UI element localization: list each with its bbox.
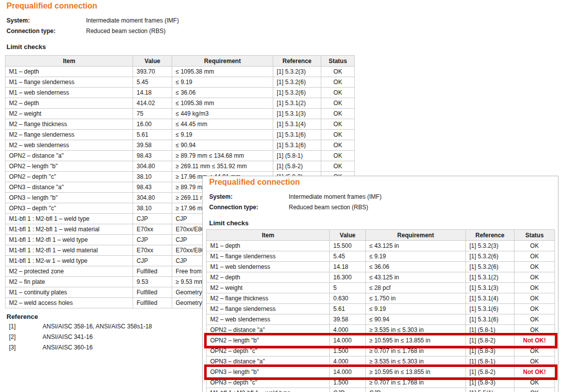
cell-status: Not OK!: [514, 335, 555, 346]
system-label: System:: [7, 17, 86, 24]
cell-item: M1 – depth: [207, 241, 330, 251]
reference-heading: Reference: [7, 313, 38, 320]
cell-value: 5.61: [133, 130, 172, 140]
header-reference: Reference: [466, 230, 514, 241]
table-row: M2 – web slenderness 39.58 ≤ 90.94 [1] 5…: [6, 140, 355, 151]
cell-reference: [1] 5.3.1(3): [466, 283, 514, 293]
cell-reference: [1] 5.3.1(4): [466, 293, 514, 304]
reference-item: [1]ANSI/AISC 358-16, ANSI/AISC 358s1-18: [9, 323, 152, 330]
cell-reference: [1] 5.3.2(3): [273, 67, 321, 77]
cell-value: 14.18: [330, 262, 366, 272]
header-item: Item: [6, 56, 133, 67]
cell-item: OPN2 – distance "a": [6, 151, 133, 161]
cell-reference: [1] 5.3.1(2): [466, 272, 514, 283]
cell-requirement: ≤ 36.06: [172, 88, 273, 98]
cell-item: M1-bfl 1 : M2-bfl 1 – weld type: [6, 214, 133, 224]
cell-item: M2 – web slenderness: [207, 314, 330, 325]
connection-type-row: Connection type:Reduced beam section (RB…: [209, 204, 368, 211]
system-row: System:Intermediate moment frames (IMF): [209, 193, 381, 200]
cell-value: CJP: [133, 256, 172, 266]
cell-item: M1-bfl 1 : M2-tfl 1 – weld type: [6, 235, 133, 245]
header-status: Status: [514, 230, 555, 241]
table-row: M1-bfl 1 : M2-bfl 1 – weld type CJP CJP …: [207, 388, 555, 392]
cell-status: OK: [514, 283, 555, 293]
cell-value: 5.45: [330, 251, 366, 262]
cell-value: E70xx: [133, 224, 172, 235]
cell-reference: [1] (5.8-1): [466, 356, 514, 367]
table-row: OPN2 – depth "c" 1.500 ≥ 0.707 in ≤ 1.76…: [207, 346, 555, 356]
cell-value: 393.70: [133, 67, 172, 77]
cell-reference: [1] (5.8-3): [466, 377, 514, 388]
cell-value: 9.53: [133, 277, 172, 287]
system-value: Intermediate moment frames (IMF): [86, 17, 179, 24]
cell-requirement: ≤ 1095.38 mm: [172, 67, 273, 77]
reference-value: ANSI/AISC 358-16, ANSI/AISC 358s1-18: [43, 323, 152, 330]
cell-requirement: ≤ 9.19: [366, 251, 466, 262]
cell-value: 15.500: [330, 241, 366, 251]
header-value: Value: [133, 56, 172, 67]
cell-item: M2 – weight: [6, 109, 133, 119]
table-row: OPN2 – length "b" 14.000 ≥ 10.595 in ≤ 1…: [207, 335, 555, 346]
cell-reference: [1] 5.3.2(6): [466, 262, 514, 272]
cell-value: 39.58: [133, 140, 172, 151]
cell-reference: [1] 5.3.1(2): [273, 98, 321, 109]
cell-requirement: ≤ 43.125 in: [366, 272, 466, 283]
cell-reference: [1] 5.3.2(6): [466, 251, 514, 262]
table-row: OPN2 – distance "a" 98.43 ≥ 89.79 mm ≤ 1…: [6, 151, 355, 161]
cell-item: M1 – web slenderness: [6, 88, 133, 98]
table-row: M2 – flange thickness 0.630 ≤ 1.750 in […: [207, 293, 555, 304]
cell-requirement: ≥ 10.595 in ≤ 13.855 in: [366, 335, 466, 346]
cell-requirement: ≤ 90.94: [172, 140, 273, 151]
cell-item: OPN2 – depth "c": [207, 346, 330, 356]
table-row: M2 – flange slenderness 5.61 ≤ 9.19 [1] …: [6, 130, 355, 140]
cell-reference: [1] (5.8-1): [466, 325, 514, 335]
cell-item: M1 – flange slenderness: [6, 77, 133, 88]
cell-requirement: ≤ 9.19: [172, 77, 273, 88]
header-reference: Reference: [273, 56, 321, 67]
limit-checks-heading: Limit checks: [209, 219, 249, 227]
cell-item: M2 – flange thickness: [6, 119, 133, 130]
cell-status: OK: [321, 119, 355, 130]
cell-status: OK: [321, 140, 355, 151]
cell-item: M2 – fin plate: [6, 277, 133, 287]
table-row: M2 – depth 16.300 ≤ 43.125 in [1] 5.3.1(…: [207, 272, 555, 283]
cell-reference: [1] 5.3.1(6): [273, 140, 321, 151]
cell-item: M1 – depth: [6, 67, 133, 77]
cell-status: OK: [514, 241, 555, 251]
cell-item: OPN2 – length "b": [6, 161, 133, 172]
cell-item: OPN2 – distance "a": [207, 325, 330, 335]
cell-value: 98.43: [133, 182, 172, 193]
table-row: M1 – depth 15.500 ≤ 43.125 in [1] 5.3.2(…: [207, 241, 555, 251]
table-row: M1 – depth 393.70 ≤ 1095.38 mm [1] 5.3.2…: [6, 67, 355, 77]
cell-item: OPN3 – length "b": [207, 367, 330, 377]
cell-status: OK: [321, 161, 355, 172]
cell-item: M2 – weight: [207, 283, 330, 293]
cell-reference: [1] 5.3.2(6): [273, 77, 321, 88]
cell-value: 0.630: [330, 293, 366, 304]
cell-requirement: ≤ 43.125 in: [366, 241, 466, 251]
cell-status: OK: [514, 377, 555, 388]
system-value: Intermediate moment frames (IMF): [289, 193, 381, 200]
cell-item: OPN2 – length "b": [207, 335, 330, 346]
header-status: Status: [321, 56, 355, 67]
cell-requirement: ≤ 1.750 in: [366, 293, 466, 304]
cell-value: 16.00: [133, 119, 172, 130]
limit-checks-table: Item Value Requirement Reference Status …: [206, 229, 555, 392]
reference-item: [2]ANSI/AISC 341-16: [9, 333, 93, 340]
cell-value: 1.500: [330, 377, 366, 388]
cell-value: 38.10: [133, 172, 172, 182]
table-row: M2 – flange thickness 16.00 ≤ 44.45 mm […: [6, 119, 355, 130]
cell-value: 414.02: [133, 98, 172, 109]
table-row: OPN2 – distance "a" 4.000 ≥ 3.535 in ≤ 5…: [207, 325, 555, 335]
table-row: M2 – flange slenderness 5.61 ≤ 9.19 [1] …: [207, 304, 555, 314]
cell-value: 75: [133, 109, 172, 119]
connection-type-label: Connection type:: [209, 204, 289, 211]
cell-status: OK: [321, 109, 355, 119]
connection-type-label: Connection type:: [7, 28, 86, 35]
limit-checks-heading: Limit checks: [7, 43, 46, 51]
cell-status: OK: [514, 272, 555, 283]
cell-status: OK: [514, 314, 555, 325]
cell-status: OK: [321, 77, 355, 88]
cell-status: OK: [514, 356, 555, 367]
cell-item: M2 – flange slenderness: [6, 130, 133, 140]
